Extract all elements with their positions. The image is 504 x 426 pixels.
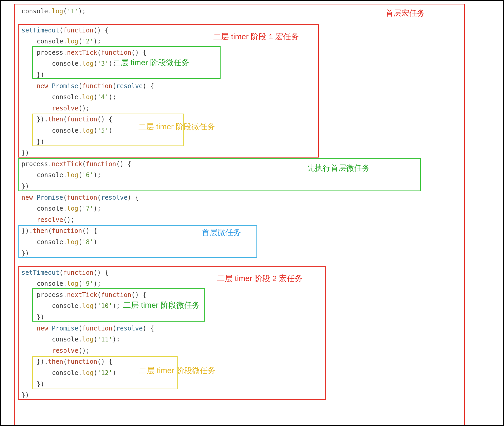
code-line: process.nextTick(function() {: [37, 291, 146, 299]
code-line: }).then(function() {: [37, 116, 112, 123]
label-macro-outer: 首层宏任务: [386, 8, 425, 19]
code-line: new Promise(function(resolve) {: [37, 325, 154, 332]
code-line: new Promise(function(resolve) {: [21, 194, 139, 201]
code-line: }): [21, 250, 29, 257]
code-line: console.log('10');: [52, 302, 120, 310]
code-line: console.log('4');: [52, 93, 116, 101]
code-line: console.log('3');: [52, 60, 116, 68]
label-micro-6: 二层 timer 阶段微任务: [139, 365, 216, 376]
code-line: }): [21, 391, 29, 399]
code-line: setTimeout(function() {: [21, 269, 108, 277]
code-line: }).then(function() {: [37, 358, 112, 366]
label-macro-timer2: 二层 timer 阶段 2 宏任务: [217, 273, 303, 284]
code-line: console.log('9');: [37, 280, 101, 288]
code-line: console.log('2');: [37, 38, 101, 45]
code-line: process.nextTick(function() {: [21, 160, 131, 168]
code-line: console.log('1');: [21, 8, 86, 15]
code-line: process.nextTick(function() {: [37, 49, 146, 57]
code-line: console.log('5'): [52, 127, 112, 134]
label-micro-5: 二层 timer 阶段微任务: [123, 300, 200, 311]
code-line: console.log('11');: [52, 336, 120, 343]
code-line: resolve();: [52, 105, 90, 112]
code-line: }): [37, 71, 44, 79]
code-line: console.log('7');: [37, 205, 101, 212]
code-line: }): [21, 183, 29, 190]
label-micro-1: 二层 timer 阶段微任务: [113, 57, 189, 68]
label-macro-timer1: 二层 timer 阶段 1 宏任务: [213, 31, 299, 42]
code-line: console.log('12'): [52, 369, 116, 377]
label-micro-4: 首层微任务: [202, 227, 241, 238]
code-line: setTimeout(function() {: [21, 27, 108, 34]
code-line: console.log('6');: [37, 171, 101, 179]
code-line: }): [21, 149, 29, 157]
code-line: resolve();: [52, 347, 90, 355]
code-line: resolve();: [37, 216, 75, 224]
code-line: }): [37, 380, 44, 388]
label-micro-3: 先执行首层微任务: [307, 163, 370, 173]
code-line: }).then(function() {: [21, 227, 97, 235]
code-line: console.log('8'): [37, 238, 97, 246]
label-micro-2: 二层 timer 阶段微任务: [138, 121, 215, 132]
code-line: }): [37, 138, 44, 146]
code-line: new Promise(function(resolve) {: [37, 82, 154, 90]
code-line: }): [37, 313, 44, 321]
